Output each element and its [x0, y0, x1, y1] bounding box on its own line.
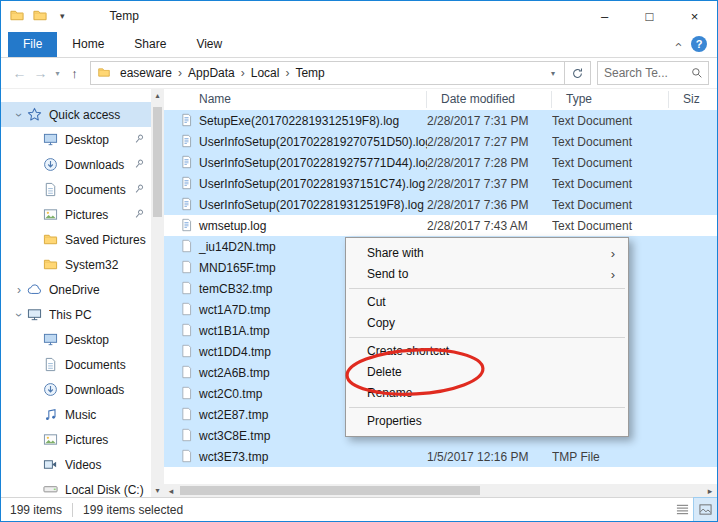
minimize-button[interactable]: – — [582, 1, 627, 31]
file-type-cell: Text Document — [552, 135, 669, 149]
context-menu: Share with›Send to›CutCopyCreate shortcu… — [345, 237, 629, 437]
scrollbar-thumb[interactable] — [180, 486, 480, 495]
file-row[interactable]: SetupExe(2017022819312519F8).log2/28/201… — [164, 110, 717, 131]
help-icon[interactable]: ? — [691, 36, 707, 52]
column-header-date-modified[interactable]: Date modified — [427, 91, 552, 108]
column-headers: NameDate modifiedTypeSiz — [164, 89, 717, 110]
tab-share[interactable]: Share — [119, 32, 181, 57]
back-button[interactable]: ← — [9, 65, 30, 81]
tab-file[interactable]: File — [8, 32, 57, 57]
up-button[interactable]: ↑ — [64, 66, 85, 81]
tmp-file-icon — [180, 344, 194, 359]
sidebar-item-system32[interactable]: System32 — [1, 252, 151, 277]
menu-item-send-to[interactable]: Send to› — [347, 264, 627, 285]
column-header-siz[interactable]: Siz — [669, 91, 717, 108]
sidebar-item-pictures[interactable]: Pictures — [1, 427, 151, 452]
tmp-file-icon — [180, 260, 194, 275]
tmp-file-icon — [180, 323, 194, 338]
tab-home[interactable]: Home — [57, 32, 119, 57]
pin-icon — [133, 183, 146, 196]
file-name-cell: UserInfoSetup(2017022819270751D50).log — [164, 134, 427, 149]
menu-item-rename[interactable]: Rename — [347, 383, 627, 404]
recent-locations-icon[interactable]: ▾ — [51, 69, 64, 78]
sidebar-item-label: Pictures — [65, 208, 133, 222]
sidebar-item-desktop[interactable]: Desktop — [1, 127, 151, 152]
desktop-icon — [43, 132, 58, 147]
breadcrumb: easeware›AppData›Local›Temp — [114, 66, 544, 80]
file-row[interactable]: UserInfoSetup(2017022819275771D44).log2/… — [164, 152, 717, 173]
sidebar-item-music[interactable]: Music — [1, 402, 151, 427]
sidebar-scrollbar[interactable]: ▴ ▾ — [151, 89, 164, 497]
menu-item-properties[interactable]: Properties — [347, 411, 627, 432]
forward-button[interactable]: → — [30, 65, 51, 81]
sidebar-item-saved-pictures[interactable]: Saved Pictures — [1, 227, 151, 252]
menu-item-create-shortcut[interactable]: Create shortcut — [347, 341, 627, 362]
search-icon[interactable] — [686, 67, 708, 79]
sidebar-item-label: Saved Pictures — [65, 233, 151, 247]
file-name: UserInfoSetup(2017022819270751D50).log — [199, 135, 427, 149]
file-row[interactable]: UserInfoSetup(201702281937151C74).log2/2… — [164, 173, 717, 194]
sidebar-item-local-disk-c[interactable]: Local Disk (C:) — [1, 477, 151, 502]
expander-chevron-icon[interactable]: › — [12, 307, 26, 323]
horizontal-scrollbar[interactable]: ◂ ▸ — [164, 484, 717, 497]
sidebar-item-quick-access[interactable]: ›Quick access — [1, 102, 151, 127]
file-name: UserInfoSetup(2017022819312519F8).log — [199, 198, 424, 212]
file-row[interactable]: wmsetup.log2/28/2017 7:43 AMText Documen… — [164, 215, 717, 236]
menu-item-copy[interactable]: Copy — [347, 313, 627, 334]
search-input[interactable] — [598, 66, 686, 80]
close-button[interactable]: × — [672, 1, 717, 31]
sidebar-item-videos[interactable]: Videos — [1, 452, 151, 477]
tmp-file-icon — [180, 428, 194, 443]
picture-icon — [43, 207, 58, 222]
status-divider — [72, 503, 73, 517]
maximize-button[interactable]: □ — [627, 1, 672, 31]
file-name: temCB32.tmp — [199, 282, 272, 296]
file-name: wct2C0.tmp — [199, 387, 262, 401]
explorer-folder-icon — [9, 8, 27, 24]
file-date-cell: 2/28/2017 7:28 PM — [427, 156, 552, 170]
file-row[interactable]: wct3E73.tmp1/5/2017 12:16 PMTMP File — [164, 446, 717, 467]
scroll-down-icon[interactable]: ▾ — [155, 484, 159, 497]
scrollbar-thumb[interactable] — [153, 107, 162, 217]
details-view-button[interactable] — [671, 498, 694, 521]
file-name: wct2A6B.tmp — [199, 366, 270, 380]
sidebar-item-downloads[interactable]: Downloads — [1, 377, 151, 402]
menu-item-delete[interactable]: Delete — [347, 362, 627, 383]
breadcrumb-item-easeware[interactable]: easeware — [114, 66, 178, 80]
file-row[interactable]: UserInfoSetup(2017022819270751D50).log2/… — [164, 131, 717, 152]
file-name-cell: wct3E73.tmp — [164, 449, 427, 464]
sidebar-item-pictures[interactable]: Pictures — [1, 202, 151, 227]
sidebar-item-downloads[interactable]: Downloads — [1, 152, 151, 177]
ribbon-tab-bar: FileHomeShareView › ? — [1, 31, 717, 58]
scroll-left-icon[interactable]: ◂ — [164, 486, 178, 496]
file-row[interactable]: UserInfoSetup(2017022819312519F8).log2/2… — [164, 194, 717, 215]
qat-folder-icon[interactable] — [32, 8, 50, 24]
qat-dropdown-icon[interactable]: ▾ — [60, 11, 65, 21]
sidebar-item-documents[interactable]: Documents — [1, 352, 151, 377]
scroll-right-icon[interactable]: ▸ — [703, 486, 717, 496]
menu-item-cut[interactable]: Cut — [347, 292, 627, 313]
log-file-icon — [180, 134, 194, 149]
breadcrumb-item-appdata[interactable]: AppData — [182, 66, 241, 80]
address-box[interactable]: easeware›AppData›Local›Temp ▾ — [90, 61, 565, 85]
column-header-type[interactable]: Type — [552, 91, 669, 108]
column-header-name[interactable]: Name — [164, 91, 427, 108]
breadcrumb-item-temp[interactable]: Temp — [289, 66, 330, 80]
expander-chevron-icon[interactable]: › — [11, 283, 27, 297]
document-icon — [43, 182, 58, 197]
file-name-cell: UserInfoSetup(201702281937151C74).log — [164, 176, 427, 191]
downloads-icon — [43, 157, 58, 172]
scroll-up-icon[interactable]: ▴ — [155, 89, 159, 102]
sidebar-item-desktop[interactable]: Desktop — [1, 327, 151, 352]
address-dropdown-icon[interactable]: ▾ — [544, 69, 562, 78]
tab-view[interactable]: View — [181, 32, 237, 57]
sidebar-item-onedrive[interactable]: ›OneDrive — [1, 277, 151, 302]
menu-item-share-with[interactable]: Share with› — [347, 243, 627, 264]
sidebar-item-documents[interactable]: Documents — [1, 177, 151, 202]
expander-chevron-icon[interactable]: › — [12, 107, 26, 123]
sidebar-item-this-pc[interactable]: ›This PC — [1, 302, 151, 327]
thumbnails-view-button[interactable] — [694, 498, 717, 521]
breadcrumb-item-local[interactable]: Local — [245, 66, 286, 80]
refresh-button[interactable] — [565, 61, 591, 85]
expand-ribbon-icon[interactable]: › — [669, 42, 684, 46]
